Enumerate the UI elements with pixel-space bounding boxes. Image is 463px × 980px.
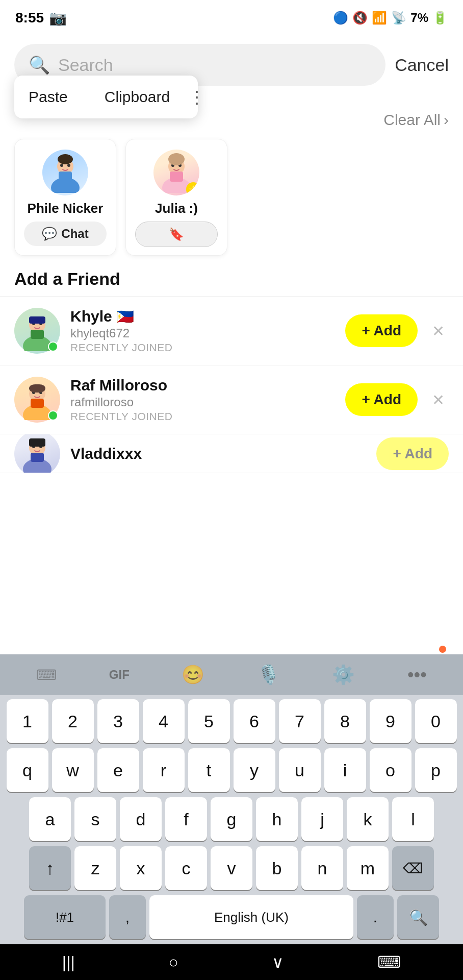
bluetooth-icon: 🔵 [333,11,348,25]
key-k[interactable]: k [347,797,389,841]
key-row-qwerty: q w e r t y u i o p [3,748,460,792]
key-symbols[interactable]: !#1 [24,895,106,939]
key-5[interactable]: 5 [188,699,230,743]
battery-icon: 🔋 [432,11,448,25]
add-button-khyle[interactable]: + Add [345,314,418,347]
key-t[interactable]: t [188,748,230,792]
add-button-raf[interactable]: + Add [345,383,418,416]
key-period[interactable]: . [357,895,394,939]
key-space[interactable]: English (UK) [149,895,353,939]
key-g[interactable]: g [211,797,252,841]
key-row-bottom: !#1 , English (UK) . 🔍 [3,895,460,939]
key-r[interactable]: r [143,748,185,792]
paste-button[interactable]: Paste [29,88,68,106]
key-3[interactable]: 3 [97,699,139,743]
status-right: 🔵 🔇 📶 📡 7% 🔋 [333,11,448,25]
friend-name-phile: Phile Nicker [28,201,104,216]
svg-rect-31 [31,453,44,462]
avatar-phile [42,150,88,195]
key-shift[interactable]: ↑ [29,846,71,890]
key-h[interactable]: h [256,797,298,841]
key-l[interactable]: l [392,797,434,841]
dismiss-button-raf[interactable]: ✕ [428,387,449,413]
key-comma[interactable]: , [109,895,146,939]
key-v[interactable]: v [211,846,252,890]
key-9[interactable]: 9 [370,699,411,743]
key-u[interactable]: u [279,748,321,792]
key-0[interactable]: 0 [415,699,457,743]
dismiss-button-khyle[interactable]: ✕ [428,318,449,344]
search-placeholder: Search [58,55,113,75]
friend-card-julia: ⭐ Julia :) 🔖 [125,139,227,256]
flag-khyle: 🇵🇭 [116,308,134,325]
key-search[interactable]: 🔍 [397,895,439,939]
keyboard-emoji-suggestions-icon[interactable]: ⌨ [29,663,64,688]
key-w[interactable]: w [52,748,94,792]
suggestion-info-vlad: Vladdixxx [70,445,366,462]
add-button-vlad[interactable]: + Add [376,437,449,470]
key-d[interactable]: d [120,797,162,841]
svg-rect-34 [29,438,45,447]
svg-rect-24 [31,399,44,408]
keyboard-mic-button[interactable]: 🎙️ [250,660,287,690]
key-z[interactable]: z [74,846,116,890]
chat-icon: 💬 [42,227,57,241]
key-m[interactable]: m [347,846,389,890]
key-n[interactable]: n [301,846,343,890]
key-8[interactable]: 8 [324,699,366,743]
nav-back-button[interactable]: ||| [52,948,85,977]
subscribe-button-julia[interactable]: 🔖 [135,222,218,247]
friends-row: Phile Nicker 💬 Chat ⭐ Julia :) 🔖 [0,134,463,265]
nav-recent-button[interactable]: ∨ [262,947,294,977]
keyboard-gif-button[interactable]: GIF [102,664,137,686]
online-dot-raf [48,410,58,421]
key-j[interactable]: j [301,797,343,841]
suggestion-name-raf: Raf Milloroso [70,377,335,394]
cancel-button[interactable]: Cancel [395,55,449,75]
status-bar: 8:55 📷 🔵 🔇 📶 📡 7% 🔋 [0,0,463,36]
key-b[interactable]: b [256,846,298,890]
keyboard-emoji-button[interactable]: 😊 [174,660,212,690]
svg-rect-20 [29,316,45,324]
key-row-asdf: a s d f g h j k l [3,797,460,841]
key-backspace[interactable]: ⌫ [392,846,434,890]
svg-rect-10 [170,172,183,182]
key-q[interactable]: q [7,748,48,792]
key-x[interactable]: x [120,846,162,890]
context-menu: Paste Clipboard ⋮ [14,76,198,118]
keyboard-settings-button[interactable]: ⚙️ [325,660,362,690]
keyboard-more-button[interactable]: ••• [400,660,434,690]
key-o[interactable]: o [370,748,411,792]
suggestion-name-vlad: Vladdixxx [70,445,366,462]
more-options-icon[interactable]: ⋮ [188,87,205,107]
key-p[interactable]: p [415,748,457,792]
chat-button-phile[interactable]: 💬 Chat [24,222,107,246]
battery: 7% [410,11,428,25]
wifi-icon: 📶 [372,11,387,25]
key-4[interactable]: 4 [143,699,185,743]
suggestion-sub-raf: RECENTLY JOINED [70,410,335,423]
suggestion-info-raf: Raf Milloroso rafmilloroso RECENTLY JOIN… [70,377,335,423]
key-c[interactable]: c [165,846,207,890]
key-y[interactable]: y [234,748,275,792]
clear-all-button[interactable]: Clear All › [383,111,449,129]
key-6[interactable]: 6 [234,699,275,743]
svg-point-6 [58,154,73,164]
nav-home-button[interactable]: ○ [158,948,188,977]
key-e[interactable]: e [97,748,139,792]
status-left: 8:55 📷 [15,10,67,27]
mute-icon: 🔇 [352,11,368,25]
suggestion-item-vlad: Vladdixxx + Add [0,434,463,473]
suggestion-list: Khyle 🇵🇭 khyleqt672 RECENTLY JOINED + Ad… [0,296,463,473]
bottom-nav: ||| ○ ∨ ⌨ [0,944,463,980]
key-s[interactable]: s [74,797,116,841]
key-a[interactable]: a [29,797,71,841]
key-2[interactable]: 2 [52,699,94,743]
nav-keyboard-button[interactable]: ⌨ [367,947,411,977]
key-f[interactable]: f [165,797,207,841]
key-1[interactable]: 1 [7,699,48,743]
avatar-khyle [14,308,60,354]
key-i[interactable]: i [324,748,366,792]
key-7[interactable]: 7 [279,699,321,743]
clipboard-button[interactable]: Clipboard [105,88,170,106]
